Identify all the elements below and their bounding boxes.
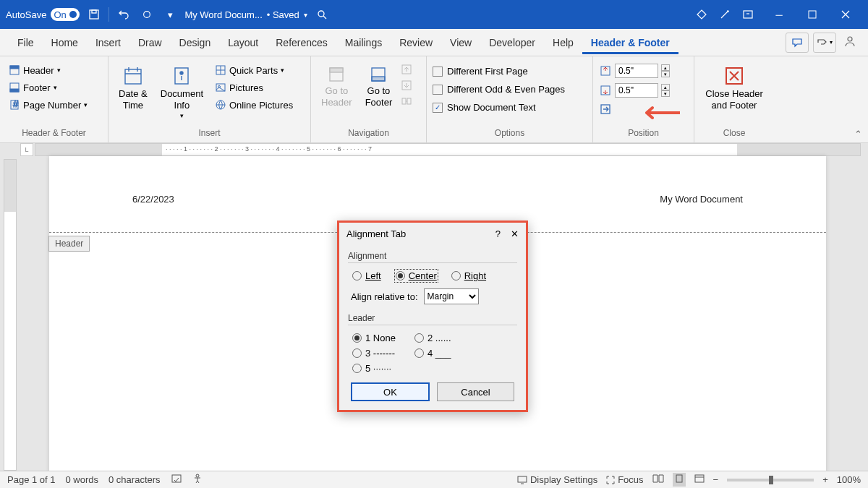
zoom-level[interactable]: 100%: [837, 474, 861, 485]
comments-icon[interactable]: [786, 33, 809, 53]
menu-help[interactable]: Help: [544, 31, 582, 54]
menu-references[interactable]: References: [267, 31, 336, 54]
leader-3-radio[interactable]: 3 -------: [352, 348, 403, 359]
ok-button[interactable]: OK: [351, 382, 430, 401]
quick-parts-button[interactable]: Quick Parts▾: [212, 62, 296, 78]
insert-alignment-tab-button[interactable]: [599, 101, 670, 119]
undo-icon[interactable]: [115, 6, 132, 23]
horizontal-ruler[interactable]: L · · · · · 1 · · · · · · · 2 · · · · · …: [0, 143, 868, 156]
ribbon: Header▾ Footer▾ #Page Number▾ Header & F…: [0, 56, 868, 143]
menu-layout[interactable]: Layout: [219, 31, 267, 54]
header-date[interactable]: 6/22/2023: [132, 194, 174, 205]
group-label-hf: Header & Footer: [6, 128, 102, 140]
online-pictures-button[interactable]: Online Pictures: [212, 97, 296, 113]
svg-rect-10: [10, 89, 19, 92]
svg-point-6: [848, 37, 852, 41]
page-number-button[interactable]: #Page Number▾: [6, 97, 90, 113]
menu-mailings[interactable]: Mailings: [336, 31, 391, 54]
pictures-button[interactable]: Pictures: [212, 80, 296, 95]
autosave-toggle[interactable]: AutoSave On: [6, 8, 80, 21]
redo-icon[interactable]: [138, 6, 156, 23]
status-chars[interactable]: 0 characters: [109, 474, 161, 485]
diamond-icon[interactable]: [693, 6, 710, 23]
header-title[interactable]: My Word Document: [660, 194, 743, 205]
status-words[interactable]: 0 words: [66, 474, 99, 485]
goto-header-button: Go to Header: [317, 62, 357, 111]
menu-home[interactable]: Home: [43, 31, 87, 54]
group-label-close: Close: [700, 128, 768, 140]
show-document-text-checkbox[interactable]: ✓Show Document Text: [433, 100, 565, 115]
goto-footer-button[interactable]: Go to Footer: [361, 62, 397, 111]
menu-review[interactable]: Review: [391, 31, 441, 54]
close-icon[interactable]: [829, 0, 862, 29]
share-icon[interactable]: ▾: [813, 33, 836, 53]
date-time-button[interactable]: Date & Time: [114, 62, 152, 114]
svg-point-2: [144, 12, 150, 18]
align-relative-select[interactable]: Margin: [424, 288, 479, 304]
search-icon[interactable]: [313, 6, 331, 23]
qat-customize-icon[interactable]: ▾: [161, 6, 179, 23]
svg-rect-21: [330, 68, 343, 72]
menu-view[interactable]: View: [441, 31, 480, 54]
align-left-radio[interactable]: Left: [352, 270, 381, 281]
menu-developer[interactable]: Developer: [480, 31, 544, 54]
leader-1-radio[interactable]: 1 None: [352, 333, 403, 343]
cancel-button[interactable]: Cancel: [437, 382, 514, 401]
read-mode-icon[interactable]: [652, 474, 664, 485]
draw-icon[interactable]: [716, 6, 733, 23]
align-center-radio[interactable]: Center: [396, 270, 437, 281]
svg-rect-1: [92, 10, 96, 13]
menu-draw[interactable]: Draw: [129, 31, 171, 54]
accessibility-icon[interactable]: [192, 474, 203, 486]
zoom-in-icon[interactable]: +: [822, 474, 828, 485]
group-label-nav: Navigation: [317, 128, 420, 140]
zoom-out-icon[interactable]: −: [713, 474, 719, 485]
align-relative-label: Align relative to:: [351, 291, 418, 302]
leader-4-radio[interactable]: 4 ___: [414, 348, 465, 359]
leader-legend: Leader: [348, 309, 517, 325]
svg-rect-26: [402, 98, 406, 104]
menu-design[interactable]: Design: [171, 31, 220, 54]
header-from-top-input[interactable]: ▴▾: [599, 62, 670, 80]
menu-insert[interactable]: Insert: [87, 31, 129, 54]
group-label-position: Position: [599, 128, 688, 140]
menubar: File Home Insert Draw Design Layout Refe…: [0, 29, 868, 56]
link-prev-icon: [401, 95, 412, 107]
different-odd-even-checkbox[interactable]: Different Odd & Even Pages: [433, 82, 565, 97]
display-settings-button[interactable]: Display Settings: [517, 474, 597, 485]
dialog-close-icon[interactable]: ✕: [511, 228, 519, 239]
leader-2-radio[interactable]: 2 ......: [414, 333, 465, 343]
nav-next-icon: [401, 80, 412, 91]
tab-selector[interactable]: L: [20, 143, 33, 156]
maximize-icon[interactable]: [796, 0, 829, 29]
svg-text:#: #: [13, 99, 19, 109]
account-icon[interactable]: [841, 35, 859, 50]
save-icon[interactable]: [85, 6, 103, 23]
vertical-ruler[interactable]: [0, 156, 20, 474]
footer-from-bottom-input[interactable]: ▴▾: [599, 82, 670, 99]
dialog-help-icon[interactable]: ?: [495, 228, 501, 239]
doc-info-button[interactable]: Document Info▾: [156, 62, 208, 123]
collapse-ribbon-icon[interactable]: ⌃: [854, 129, 862, 140]
different-first-page-checkbox[interactable]: Different First Page: [433, 64, 565, 79]
web-layout-icon[interactable]: [694, 474, 705, 485]
header-tag: Header: [48, 236, 90, 252]
align-right-radio[interactable]: Right: [451, 270, 486, 281]
app-icon[interactable]: [739, 6, 757, 23]
svg-point-3: [318, 11, 324, 17]
print-layout-icon[interactable]: [673, 473, 686, 487]
autosave-label: AutoSave: [6, 9, 46, 20]
spelling-icon[interactable]: [171, 474, 182, 486]
menu-file[interactable]: File: [9, 31, 43, 54]
minimize-icon[interactable]: ─: [762, 0, 796, 29]
header-button[interactable]: Header▾: [6, 62, 90, 78]
menu-header-footer[interactable]: Header & Footer: [582, 31, 678, 54]
document-title[interactable]: My Word Docum... • Saved ▾: [184, 9, 307, 20]
svg-rect-34: [518, 476, 527, 482]
status-page[interactable]: Page 1 of 1: [7, 474, 56, 485]
leader-5-radio[interactable]: 5 ·······: [352, 363, 403, 374]
footer-button[interactable]: Footer▾: [6, 80, 90, 95]
close-header-footer-button[interactable]: Close Header and Footer: [701, 62, 767, 114]
zoom-slider[interactable]: [727, 479, 814, 481]
focus-button[interactable]: Focus: [606, 474, 643, 485]
